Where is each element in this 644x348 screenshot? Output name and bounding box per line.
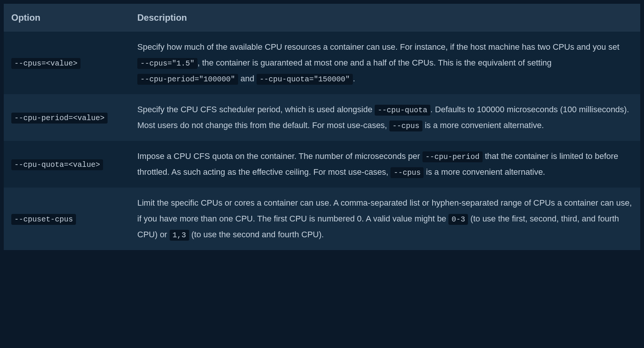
table-row: --cpu-period=<value> Specify the CPU CFS… bbox=[4, 94, 640, 141]
option-code: --cpu-period=<value> bbox=[11, 113, 108, 124]
desc-text: Specify the CPU CFS scheduler period, wh… bbox=[137, 105, 375, 114]
inline-code: 1,3 bbox=[170, 230, 189, 241]
option-cell: --cpuset-cpus bbox=[4, 188, 130, 250]
option-code: --cpu-quota=<value> bbox=[11, 159, 103, 170]
option-cell: --cpu-quota=<value> bbox=[4, 141, 130, 188]
option-cell: --cpu-period=<value> bbox=[4, 94, 130, 141]
inline-code: 0-3 bbox=[448, 214, 468, 225]
description-cell: Specify the CPU CFS scheduler period, wh… bbox=[130, 94, 640, 141]
desc-text: . bbox=[353, 74, 355, 83]
table-header-row: Option Description bbox=[4, 4, 640, 32]
desc-text: is a more convenient alternative. bbox=[424, 167, 545, 177]
option-code: --cpuset-cpus bbox=[11, 214, 76, 225]
desc-text: (to use the second and fourth CPU). bbox=[189, 230, 324, 239]
table-row: --cpu-quota=<value> Impose a CPU CFS quo… bbox=[4, 141, 640, 188]
desc-text: and bbox=[238, 74, 257, 83]
description-cell: Specify how much of the available CPU re… bbox=[130, 32, 640, 94]
inline-code: --cpus bbox=[390, 167, 424, 178]
desc-text: , the container is guaranteed at most on… bbox=[197, 58, 551, 67]
inline-code: --cpus bbox=[389, 121, 422, 131]
option-code: --cpus=<value> bbox=[11, 58, 80, 69]
column-header-option: Option bbox=[4, 4, 130, 32]
option-cell: --cpus=<value> bbox=[4, 32, 130, 94]
description-cell: Limit the specific CPUs or cores a conta… bbox=[130, 188, 640, 250]
table-row: --cpus=<value> Specify how much of the a… bbox=[4, 32, 640, 94]
options-table: Option Description --cpus=<value> Specif… bbox=[4, 4, 640, 250]
inline-code: --cpu-period bbox=[422, 151, 483, 162]
desc-text: Specify how much of the available CPU re… bbox=[137, 42, 620, 52]
inline-code: --cpu-quota bbox=[375, 105, 430, 116]
inline-code: --cpu-period="100000" bbox=[137, 74, 238, 85]
inline-code: --cpus="1.5" bbox=[137, 58, 197, 69]
inline-code: --cpu-quota="150000" bbox=[257, 74, 353, 85]
description-cell: Impose a CPU CFS quota on the container.… bbox=[130, 141, 640, 188]
table-row: --cpuset-cpus Limit the specific CPUs or… bbox=[4, 188, 640, 250]
desc-text: Impose a CPU CFS quota on the container.… bbox=[137, 151, 422, 161]
column-header-description: Description bbox=[130, 4, 640, 32]
desc-text: is a more convenient alternative. bbox=[422, 121, 544, 130]
